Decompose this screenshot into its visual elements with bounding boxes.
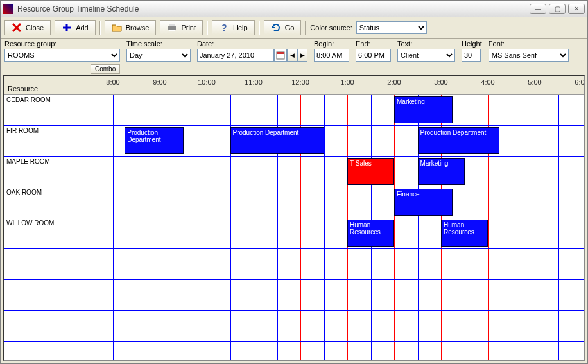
- svg-rect-5: [277, 52, 284, 54]
- calendar-button[interactable]: [274, 49, 287, 62]
- resource-row: OAK ROOM: [4, 187, 584, 218]
- time-tick: 3:00: [434, 78, 447, 86]
- svg-rect-2: [169, 30, 175, 31]
- close-icon: [12, 22, 22, 33]
- plus-icon: [62, 22, 72, 33]
- font-label: Font:: [489, 40, 569, 48]
- time-header: Resource 8:009:0010:0011:0012:001:002:00…: [4, 76, 584, 95]
- resource-label: WILLOW ROOM: [6, 220, 54, 227]
- go-button[interactable]: Go: [264, 20, 302, 35]
- close-window-button[interactable]: ✕: [568, 4, 585, 14]
- app-icon: [3, 4, 13, 14]
- control-row: Resource group: ROOMS Time scale: Day Da…: [1, 39, 587, 64]
- add-label: Add: [76, 24, 89, 31]
- printer-icon: [167, 22, 177, 33]
- date-label: Date:: [197, 40, 307, 48]
- resource-row: MAPLE ROOM: [4, 157, 584, 187]
- event-block[interactable]: Human Resources: [441, 220, 488, 247]
- time-tick: 2:00: [387, 78, 401, 86]
- text-select[interactable]: Client: [397, 49, 455, 62]
- app-window: Resource Group Timeline Schedule — ▢ ✕ C…: [0, 0, 588, 364]
- time-tick: 5:00: [528, 78, 541, 86]
- browse-button[interactable]: Browse: [105, 20, 157, 35]
- separator: [207, 21, 208, 35]
- date-next-button[interactable]: ▶: [297, 49, 307, 62]
- time-scale-label: Time scale:: [126, 40, 191, 48]
- date-field[interactable]: [197, 49, 274, 62]
- resource-row: CEDAR ROOM: [4, 95, 584, 126]
- resource-row: WILLOW ROOM: [4, 218, 584, 249]
- resource-group-select[interactable]: ROOMS: [4, 49, 120, 62]
- refresh-icon: [271, 22, 281, 33]
- close-label: Close: [26, 24, 44, 31]
- begin-field[interactable]: [314, 49, 349, 62]
- titlebar: Resource Group Timeline Schedule — ▢ ✕: [1, 1, 587, 17]
- event-block[interactable]: T Sales: [347, 158, 394, 185]
- event-block[interactable]: Production Department: [418, 127, 500, 154]
- resource-group-label: Resource group:: [4, 40, 120, 48]
- event-block[interactable]: Production Department: [230, 127, 324, 154]
- separator: [259, 21, 260, 35]
- time-tick: 10:00: [198, 78, 216, 86]
- add-button[interactable]: Add: [55, 20, 96, 35]
- svg-rect-1: [169, 24, 175, 26]
- close-button[interactable]: Close: [4, 20, 51, 35]
- font-select[interactable]: MS Sans Serif: [489, 49, 569, 62]
- event-block[interactable]: Finance: [394, 189, 453, 216]
- minimize-button[interactable]: —: [530, 4, 546, 14]
- end-field[interactable]: [356, 49, 391, 62]
- folder-icon: [112, 22, 122, 33]
- event-block[interactable]: Marketing: [418, 158, 465, 185]
- calendar-icon: [276, 51, 285, 60]
- event-block[interactable]: Human Resources: [347, 220, 394, 247]
- resource-label: FIR ROOM: [6, 127, 39, 134]
- grid-area[interactable]: CEDAR ROOMFIR ROOMMAPLE ROOMOAK ROOMWILL…: [4, 95, 584, 360]
- event-block[interactable]: Marketing: [394, 96, 453, 123]
- time-scale-select[interactable]: Day: [126, 49, 191, 62]
- height-label: Height: [462, 40, 482, 48]
- time-tick: 11:00: [245, 78, 263, 86]
- toolbar: Close Add Browse Print ? Help Go Color s…: [1, 17, 587, 39]
- help-icon: ?: [219, 22, 229, 33]
- text-label: Text:: [397, 40, 455, 48]
- begin-label: Begin:: [314, 40, 349, 48]
- time-tick: 9:00: [153, 78, 166, 86]
- maximize-button[interactable]: ▢: [549, 4, 566, 14]
- separator: [99, 21, 101, 35]
- time-tick: 12:00: [291, 78, 309, 86]
- svg-text:?: ?: [221, 22, 227, 33]
- resource-label: OAK ROOM: [6, 189, 42, 196]
- height-field[interactable]: [462, 49, 481, 62]
- help-label: Help: [233, 24, 248, 31]
- combo-button[interactable]: Combo: [91, 64, 120, 74]
- resource-column-header: Resource: [8, 85, 38, 92]
- print-label: Print: [181, 24, 196, 31]
- window-title: Resource Group Timeline Schedule: [17, 4, 530, 13]
- color-source-label: Color source:: [310, 24, 352, 31]
- date-prev-button[interactable]: ◀: [287, 49, 297, 62]
- timeline: Resource 8:009:0010:0011:0012:001:002:00…: [3, 75, 585, 361]
- color-source-select[interactable]: Status: [356, 21, 427, 34]
- resource-label: MAPLE ROOM: [6, 158, 50, 165]
- time-tick: 4:00: [481, 78, 494, 86]
- time-tick: 8:00: [106, 78, 119, 86]
- help-button[interactable]: ? Help: [212, 20, 255, 35]
- go-label: Go: [285, 24, 295, 31]
- end-label: End:: [356, 40, 391, 48]
- browse-label: Browse: [126, 24, 150, 31]
- resource-label: CEDAR ROOM: [6, 96, 51, 103]
- time-tick: 1:00: [340, 78, 354, 86]
- time-tick: 6:00: [575, 78, 585, 86]
- separator: [305, 21, 306, 35]
- event-block[interactable]: Production Department: [125, 127, 183, 154]
- print-button[interactable]: Print: [160, 20, 203, 35]
